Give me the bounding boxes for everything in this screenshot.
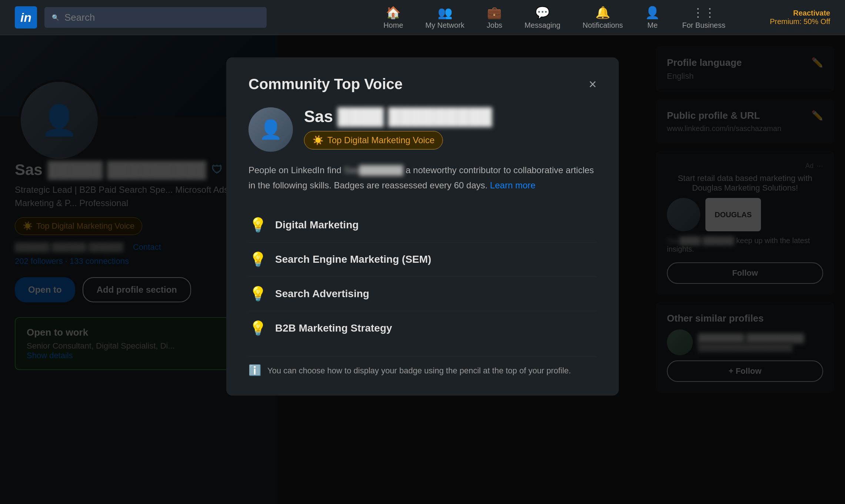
skill-item-search-advertising: 💡 Search Advertising [248, 277, 597, 311]
skill-item-sem: 💡 Search Engine Marketing (SEM) [248, 242, 597, 277]
info-icon: ℹ️ [248, 364, 261, 376]
nav-me-label: Me [647, 21, 658, 30]
modal-name-visible: Sas [304, 107, 333, 125]
skills-list: 💡 Digital Marketing 💡 Search Engine Mark… [248, 208, 597, 345]
linkedin-logo[interactable]: in [15, 6, 37, 28]
nav-jobs[interactable]: 💼 Jobs [487, 6, 502, 30]
skill-item-b2b: 💡 B2B Marketing Strategy [248, 311, 597, 345]
modal-avatar: 👤 [248, 107, 293, 152]
modal-badge-label: Top Digital Marketing Voice [327, 135, 434, 145]
premium-cta[interactable]: Reactivate Premium: 50% Off [770, 9, 830, 26]
nav-jobs-label: Jobs [487, 21, 502, 30]
nav-items: 🏠 Home 👥 My Network 💼 Jobs 💬 Messaging 🔔… [383, 6, 830, 30]
modal-description: People on LinkedIn find Sas███████ a not… [248, 163, 597, 193]
for-business-icon: ⋮⋮ [692, 6, 716, 20]
modal-footer-note: ℹ️ You can choose how to display your ba… [248, 356, 597, 377]
me-icon: 👤 [645, 6, 660, 20]
premium-reactivate: Reactivate [770, 9, 830, 17]
modal-header: Community Top Voice × [248, 76, 597, 93]
search-icon: 🔍 [52, 14, 59, 21]
top-navigation: in 🔍 🏠 Home 👥 My Network 💼 Jobs 💬 Messag… [0, 0, 845, 35]
modal-badge: ☀️ Top Digital Marketing Voice [304, 131, 443, 149]
modal-close-button[interactable]: × [589, 78, 597, 91]
modal-desc-name: Sas███████ [344, 165, 403, 175]
modal-profile-info: Sas ████ █████████ ☀️ Top Digital Market… [304, 107, 492, 149]
skill-name-2: Search Engine Marketing (SEM) [275, 253, 431, 265]
nav-me[interactable]: 👤 Me [645, 6, 660, 30]
skill-name-4: B2B Marketing Strategy [275, 322, 392, 334]
skill-icon-4: 💡 [248, 320, 267, 336]
modal-badge-sun-icon: ☀️ [313, 135, 324, 145]
nav-messaging-label: Messaging [525, 21, 561, 30]
messaging-icon: 💬 [535, 6, 550, 20]
premium-offer: Premium: 50% Off [770, 17, 830, 26]
main-content: 👤 Sas █████ █████████ 🛡 (He Strategic Le… [0, 35, 845, 504]
modal-name-blurred: ████ █████████ [338, 107, 492, 125]
skill-item-digital-marketing: 💡 Digital Marketing [248, 208, 597, 242]
modal-profile-section: 👤 Sas ████ █████████ ☀️ Top Digital Mark… [248, 107, 597, 152]
nav-home[interactable]: 🏠 Home [383, 6, 403, 30]
home-icon: 🏠 [386, 6, 401, 20]
nav-my-network[interactable]: 👥 My Network [425, 6, 465, 30]
nav-notifications-label: Notifications [582, 21, 623, 30]
nav-for-business[interactable]: ⋮⋮ For Business [682, 6, 725, 30]
modal-profile-name: Sas ████ █████████ [304, 107, 492, 126]
nav-for-business-label: For Business [682, 21, 725, 30]
footer-note-text: You can choose how to display your badge… [267, 364, 571, 377]
jobs-icon: 💼 [487, 6, 502, 20]
nav-home-label: Home [383, 21, 403, 30]
nav-messaging[interactable]: 💬 Messaging [525, 6, 561, 30]
skill-name-3: Search Advertising [275, 288, 369, 300]
skill-icon-1: 💡 [248, 217, 267, 233]
nav-notifications[interactable]: 🔔 Notifications [582, 6, 623, 30]
network-icon: 👥 [438, 6, 452, 20]
modal-overlay[interactable]: Community Top Voice × 👤 Sas ████ ███████… [0, 35, 845, 504]
modal-title: Community Top Voice [248, 76, 403, 93]
search-input[interactable] [64, 12, 259, 23]
search-bar[interactable]: 🔍 [44, 7, 267, 28]
skill-icon-3: 💡 [248, 286, 267, 302]
skill-name-1: Digital Marketing [275, 219, 359, 231]
skill-icon-2: 💡 [248, 251, 267, 268]
nav-my-network-label: My Network [425, 21, 465, 30]
notifications-icon: 🔔 [595, 6, 610, 20]
community-top-voice-modal: Community Top Voice × 👤 Sas ████ ███████… [226, 57, 619, 396]
learn-more-link[interactable]: Learn more [490, 180, 535, 190]
